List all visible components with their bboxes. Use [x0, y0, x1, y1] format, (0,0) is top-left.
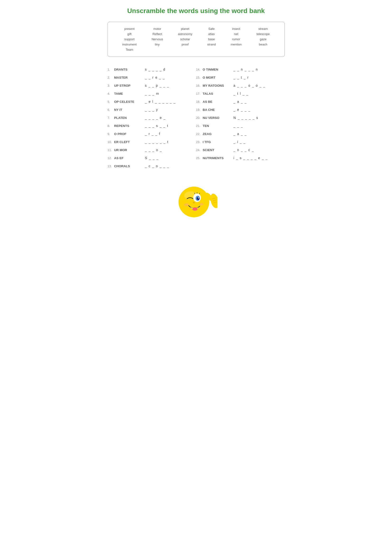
- puzzle-number: 22.: [196, 132, 203, 136]
- puzzle-answer: N _ _ _ _ _ s: [233, 116, 258, 120]
- puzzle-answer: i _ s _ _ _ _ e _ _: [233, 156, 268, 160]
- puzzle-scrambled: I TFG: [203, 140, 233, 144]
- word-bank-word: telescope: [256, 32, 270, 37]
- puzzle-item: 18. AS BE _ a _ _: [196, 97, 285, 106]
- svg-point-12: [184, 203, 189, 206]
- puzzle-number: 17.: [196, 92, 203, 96]
- word-bank: presentgiftsupportinstrumentTeam motorRe…: [108, 22, 285, 57]
- word-bank-word: proof: [182, 42, 189, 47]
- word-bank-word: planet: [181, 26, 189, 32]
- puzzle-item: 13. CHORALS _ c _ o _ _ _: [108, 162, 196, 170]
- puzzle-answer: _ _ _ s _ _ t: [145, 124, 168, 128]
- puzzle-answer: _ _ _ y: [145, 108, 158, 111]
- puzzle-item: 5. OP CELESTE _ e l _ _ _ _ _ _: [108, 97, 196, 106]
- puzzle-number: 23.: [196, 140, 203, 144]
- word-bank-word: tiny: [155, 42, 160, 47]
- puzzle-scrambled: NY IT: [114, 108, 145, 111]
- puzzle-item: 20. NU VERSO N _ _ _ _ _ s: [196, 114, 285, 122]
- word-bank-word: insect: [232, 26, 240, 32]
- puzzle-answer: _ e _ _ _: [233, 108, 251, 111]
- puzzle-answer: _ t l _ _: [233, 92, 249, 96]
- puzzle-item: 22. ZEAG _ a _ _: [196, 130, 285, 138]
- word-bank-word: Reflect: [152, 32, 162, 37]
- puzzle-answer: _ c _ o _ _ _: [145, 164, 169, 168]
- puzzle-scrambled: O TINMEN: [203, 68, 233, 71]
- puzzle-number: 3.: [108, 84, 114, 87]
- puzzle-item: 12. AS EF S _ _ _: [108, 154, 196, 162]
- puzzle-item: 16. MY RATOONS a _ _ _ o _ o _ _: [196, 82, 285, 90]
- puzzle-item: 8. REPENTS _ _ _ s _ _ t: [108, 122, 196, 130]
- word-bank-word: atlas: [208, 32, 215, 37]
- word-bank-word: astronomy: [178, 32, 192, 37]
- puzzle-number: 20.: [196, 116, 203, 120]
- puzzle-item: 25. NUTRIMENTS i _ s _ _ _ _ e _ _: [196, 154, 285, 162]
- word-bank-word: motor: [153, 26, 161, 32]
- puzzle-scrambled: SCIENT: [203, 148, 233, 152]
- puzzle-answer: s _ _ _ _ d: [145, 68, 166, 71]
- puzzle-scrambled: AS EF: [114, 156, 145, 160]
- puzzle-scrambled: MASTER: [114, 76, 145, 79]
- word-bank-word: instrument: [122, 42, 137, 47]
- puzzle-number: 15.: [196, 76, 203, 79]
- puzzle-answer: _ a _ _: [233, 132, 247, 136]
- word-bank-word: Nervous: [151, 37, 163, 42]
- word-bank-word: strand: [207, 42, 216, 47]
- puzzle-number: 12.: [108, 156, 114, 160]
- puzzle-scrambled: UP STROP: [114, 84, 145, 87]
- puzzle-answer: _ a _ _: [233, 100, 247, 104]
- puzzle-answer: _ _ _ _ _ _ t: [145, 140, 169, 144]
- puzzle-scrambled: OP CELESTE: [114, 100, 145, 104]
- svg-point-5: [198, 198, 199, 199]
- puzzle-item: 1. DRANTS s _ _ _ _ d: [108, 65, 196, 73]
- puzzle-scrambled: ZEAG: [203, 132, 233, 136]
- puzzle-answer: _ _ _: [233, 124, 243, 128]
- puzzle-answer: _ _ _ _ e _: [145, 116, 166, 120]
- puzzle-answer: _ i _ _: [233, 140, 246, 144]
- puzzle-scrambled: NU VERSO: [203, 116, 233, 120]
- puzzle-number: 10.: [108, 140, 114, 144]
- word-bank-word: present: [124, 26, 135, 32]
- word-bank-word: base: [208, 37, 215, 42]
- puzzle-item: 4. TAME _ _ _ m: [108, 90, 196, 97]
- puzzle-item: 21. TEN _ _ _: [196, 122, 285, 130]
- word-bank-word: stream: [258, 26, 268, 32]
- puzzle-answer: S _ _ _: [145, 156, 159, 160]
- puzzle-number: 13.: [108, 164, 114, 168]
- puzzle-item: 14. O TINMEN _ _ n _ _ _ n: [196, 65, 285, 73]
- puzzle-item: 11. UR MOR _ _ _ o _: [108, 146, 196, 154]
- word-bank-col-6: streamtelescopegazebeach: [256, 26, 270, 52]
- puzzle-scrambled: MY RATOONS: [203, 84, 233, 87]
- puzzle-number: 25.: [196, 156, 203, 160]
- puzzles-grid: 1. DRANTS s _ _ _ _ d 14. O TINMEN _ _ n…: [108, 65, 285, 170]
- puzzle-scrambled: TAME: [114, 92, 145, 96]
- word-bank-word: Team: [126, 47, 133, 52]
- puzzle-number: 11.: [108, 148, 114, 152]
- puzzle-item: 2. MASTER _ _ r e _ _: [108, 73, 196, 82]
- emoji-icon: [175, 180, 217, 222]
- emoji-section: [108, 180, 285, 222]
- puzzle-scrambled: TALAS: [203, 92, 233, 96]
- puzzle-item: 24. SCIENT _ n _ _ c _: [196, 146, 285, 154]
- puzzle-scrambled: TEN: [203, 124, 233, 128]
- word-bank-word: support: [124, 37, 135, 42]
- puzzle-answer: _ _ r e _ _: [145, 76, 165, 79]
- puzzle-number: 7.: [108, 116, 114, 120]
- puzzle-number: 4.: [108, 92, 114, 96]
- puzzle-scrambled: NUTRIMENTS: [203, 156, 233, 160]
- puzzle-scrambled: O MORT: [203, 76, 233, 79]
- puzzle-item: 6. NY IT _ _ _ y: [108, 106, 196, 114]
- puzzle-item: 23. I TFG _ i _ _: [196, 138, 285, 146]
- puzzle-number: 21.: [196, 124, 203, 128]
- word-bank-col-4: Safeatlasbasestrand: [207, 26, 216, 52]
- puzzle-number: 1.: [108, 68, 114, 71]
- puzzle-answer: _ n _ _ c _: [233, 148, 254, 152]
- puzzle-scrambled: O PROF: [114, 132, 145, 136]
- puzzle-answer: s _ _ p _ _ _: [145, 84, 169, 87]
- puzzle-scrambled: PLATEN: [114, 116, 145, 120]
- puzzle-number: 19.: [196, 108, 203, 111]
- word-bank-word: mention: [231, 42, 242, 47]
- svg-point-10: [193, 202, 195, 203]
- puzzle-item: 7. PLATEN _ _ _ _ e _: [108, 114, 196, 122]
- puzzle-number: 14.: [196, 68, 203, 71]
- puzzle-number: 24.: [196, 148, 203, 152]
